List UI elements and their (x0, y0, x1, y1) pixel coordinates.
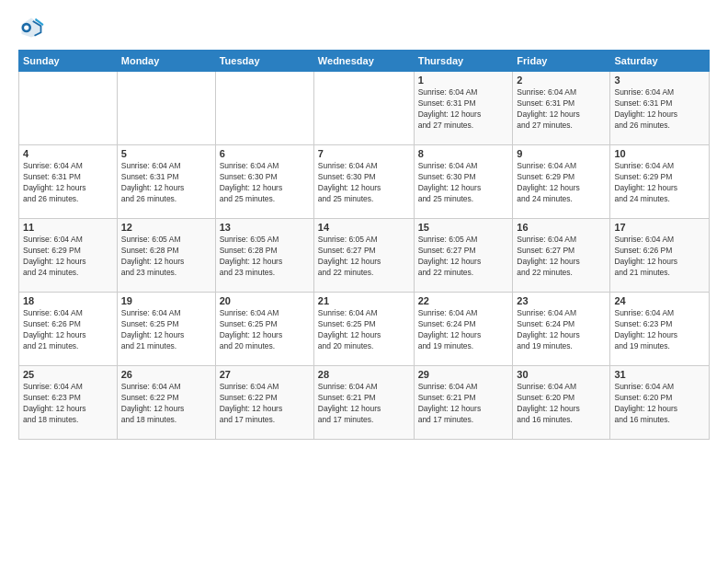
day-info: Sunrise: 6:04 AM Sunset: 6:24 PM Dayligh… (418, 308, 509, 352)
day-number: 7 (318, 148, 410, 159)
calendar-cell: 23Sunrise: 6:04 AM Sunset: 6:24 PM Dayli… (513, 293, 610, 366)
logo-icon (18, 15, 44, 40)
page: SundayMondayTuesdayWednesdayThursdayFrid… (0, 0, 728, 563)
calendar-cell: 20Sunrise: 6:04 AM Sunset: 6:25 PM Dayli… (215, 293, 313, 366)
day-number: 29 (418, 369, 509, 380)
day-number: 26 (121, 369, 211, 380)
day-info: Sunrise: 6:04 AM Sunset: 6:31 PM Dayligh… (614, 87, 705, 132)
day-number: 19 (121, 295, 211, 306)
logo (18, 15, 48, 40)
day-number: 11 (23, 222, 113, 233)
calendar-cell: 2Sunrise: 6:04 AM Sunset: 6:31 PM Daylig… (513, 72, 610, 145)
calendar-cell: 21Sunrise: 6:04 AM Sunset: 6:25 PM Dayli… (313, 293, 414, 366)
day-number: 27 (220, 369, 310, 380)
day-number: 14 (318, 222, 410, 233)
calendar-cell: 26Sunrise: 6:04 AM Sunset: 6:22 PM Dayli… (117, 366, 215, 440)
week-row-1: 1Sunrise: 6:04 AM Sunset: 6:31 PM Daylig… (19, 72, 710, 145)
day-number: 10 (614, 148, 705, 159)
calendar-cell: 11Sunrise: 6:04 AM Sunset: 6:29 PM Dayli… (19, 219, 118, 293)
day-number: 15 (418, 222, 509, 233)
day-number: 1 (418, 75, 509, 86)
day-info: Sunrise: 6:04 AM Sunset: 6:25 PM Dayligh… (220, 308, 310, 352)
calendar-cell: 31Sunrise: 6:04 AM Sunset: 6:20 PM Dayli… (610, 366, 710, 440)
calendar-cell: 8Sunrise: 6:04 AM Sunset: 6:30 PM Daylig… (414, 145, 513, 219)
calendar-cell: 30Sunrise: 6:04 AM Sunset: 6:20 PM Dayli… (513, 366, 610, 440)
calendar-cell: 25Sunrise: 6:04 AM Sunset: 6:23 PM Dayli… (19, 366, 118, 440)
day-header-saturday: Saturday (610, 51, 710, 72)
day-number: 30 (517, 369, 606, 380)
calendar-cell: 6Sunrise: 6:04 AM Sunset: 6:30 PM Daylig… (215, 145, 313, 219)
day-header-monday: Monday (117, 51, 215, 72)
day-number: 16 (517, 222, 606, 233)
day-info: Sunrise: 6:04 AM Sunset: 6:24 PM Dayligh… (517, 308, 606, 352)
week-row-5: 25Sunrise: 6:04 AM Sunset: 6:23 PM Dayli… (19, 366, 710, 440)
day-number: 31 (614, 369, 705, 380)
svg-point-3 (24, 25, 28, 29)
calendar-cell (313, 72, 414, 145)
day-info: Sunrise: 6:05 AM Sunset: 6:28 PM Dayligh… (121, 235, 211, 279)
day-info: Sunrise: 6:05 AM Sunset: 6:27 PM Dayligh… (318, 235, 410, 279)
day-number: 28 (318, 369, 410, 380)
day-info: Sunrise: 6:04 AM Sunset: 6:20 PM Dayligh… (517, 382, 606, 426)
day-info: Sunrise: 6:04 AM Sunset: 6:25 PM Dayligh… (121, 308, 211, 352)
day-info: Sunrise: 6:04 AM Sunset: 6:31 PM Dayligh… (517, 87, 606, 132)
calendar-cell: 1Sunrise: 6:04 AM Sunset: 6:31 PM Daylig… (414, 72, 513, 145)
day-info: Sunrise: 6:04 AM Sunset: 6:27 PM Dayligh… (517, 235, 606, 279)
day-number: 9 (517, 148, 606, 159)
day-info: Sunrise: 6:04 AM Sunset: 6:31 PM Dayligh… (418, 87, 509, 132)
calendar-cell: 28Sunrise: 6:04 AM Sunset: 6:21 PM Dayli… (313, 366, 414, 440)
calendar-cell: 4Sunrise: 6:04 AM Sunset: 6:31 PM Daylig… (19, 145, 118, 219)
day-header-friday: Friday (513, 51, 610, 72)
day-number: 21 (318, 295, 410, 306)
day-number: 17 (614, 222, 705, 233)
week-row-3: 11Sunrise: 6:04 AM Sunset: 6:29 PM Dayli… (19, 219, 710, 293)
day-info: Sunrise: 6:04 AM Sunset: 6:29 PM Dayligh… (517, 161, 606, 205)
day-number: 4 (23, 148, 113, 159)
day-number: 24 (614, 295, 705, 306)
day-header-wednesday: Wednesday (313, 51, 414, 72)
day-number: 23 (517, 295, 606, 306)
day-number: 3 (614, 75, 705, 86)
calendar-cell (19, 72, 118, 145)
day-header-thursday: Thursday (414, 51, 513, 72)
calendar-table: SundayMondayTuesdayWednesdayThursdayFrid… (18, 50, 710, 440)
day-info: Sunrise: 6:04 AM Sunset: 6:20 PM Dayligh… (614, 382, 705, 426)
week-row-2: 4Sunrise: 6:04 AM Sunset: 6:31 PM Daylig… (19, 145, 710, 219)
calendar-cell: 19Sunrise: 6:04 AM Sunset: 6:25 PM Dayli… (117, 293, 215, 366)
day-number: 2 (517, 75, 606, 86)
calendar-cell: 13Sunrise: 6:05 AM Sunset: 6:28 PM Dayli… (215, 219, 313, 293)
week-row-4: 18Sunrise: 6:04 AM Sunset: 6:26 PM Dayli… (19, 293, 710, 366)
calendar-cell: 12Sunrise: 6:05 AM Sunset: 6:28 PM Dayli… (117, 219, 215, 293)
day-info: Sunrise: 6:04 AM Sunset: 6:30 PM Dayligh… (220, 161, 310, 205)
day-info: Sunrise: 6:04 AM Sunset: 6:23 PM Dayligh… (614, 308, 705, 352)
calendar-cell: 22Sunrise: 6:04 AM Sunset: 6:24 PM Dayli… (414, 293, 513, 366)
day-number: 5 (121, 148, 211, 159)
day-info: Sunrise: 6:04 AM Sunset: 6:26 PM Dayligh… (614, 235, 705, 279)
day-number: 12 (121, 222, 211, 233)
day-info: Sunrise: 6:04 AM Sunset: 6:30 PM Dayligh… (418, 161, 509, 205)
day-header-tuesday: Tuesday (215, 51, 313, 72)
day-number: 18 (23, 295, 113, 306)
calendar-cell: 3Sunrise: 6:04 AM Sunset: 6:31 PM Daylig… (610, 72, 710, 145)
header (18, 15, 710, 40)
day-header-sunday: Sunday (19, 51, 118, 72)
day-number: 20 (220, 295, 310, 306)
day-info: Sunrise: 6:04 AM Sunset: 6:30 PM Dayligh… (318, 161, 410, 205)
day-info: Sunrise: 6:04 AM Sunset: 6:31 PM Dayligh… (23, 161, 113, 205)
calendar-cell: 24Sunrise: 6:04 AM Sunset: 6:23 PM Dayli… (610, 293, 710, 366)
day-number: 22 (418, 295, 509, 306)
day-info: Sunrise: 6:05 AM Sunset: 6:27 PM Dayligh… (418, 235, 509, 279)
day-number: 25 (23, 369, 113, 380)
calendar-cell: 17Sunrise: 6:04 AM Sunset: 6:26 PM Dayli… (610, 219, 710, 293)
day-number: 13 (220, 222, 310, 233)
day-info: Sunrise: 6:04 AM Sunset: 6:23 PM Dayligh… (23, 382, 113, 426)
calendar-cell: 7Sunrise: 6:04 AM Sunset: 6:30 PM Daylig… (313, 145, 414, 219)
day-info: Sunrise: 6:04 AM Sunset: 6:25 PM Dayligh… (318, 308, 410, 352)
calendar-cell: 9Sunrise: 6:04 AM Sunset: 6:29 PM Daylig… (513, 145, 610, 219)
day-number: 8 (418, 148, 509, 159)
day-info: Sunrise: 6:04 AM Sunset: 6:29 PM Dayligh… (23, 235, 113, 279)
day-info: Sunrise: 6:04 AM Sunset: 6:22 PM Dayligh… (220, 382, 310, 426)
calendar-cell: 18Sunrise: 6:04 AM Sunset: 6:26 PM Dayli… (19, 293, 118, 366)
calendar-cell: 29Sunrise: 6:04 AM Sunset: 6:21 PM Dayli… (414, 366, 513, 440)
header-row: SundayMondayTuesdayWednesdayThursdayFrid… (19, 51, 710, 72)
